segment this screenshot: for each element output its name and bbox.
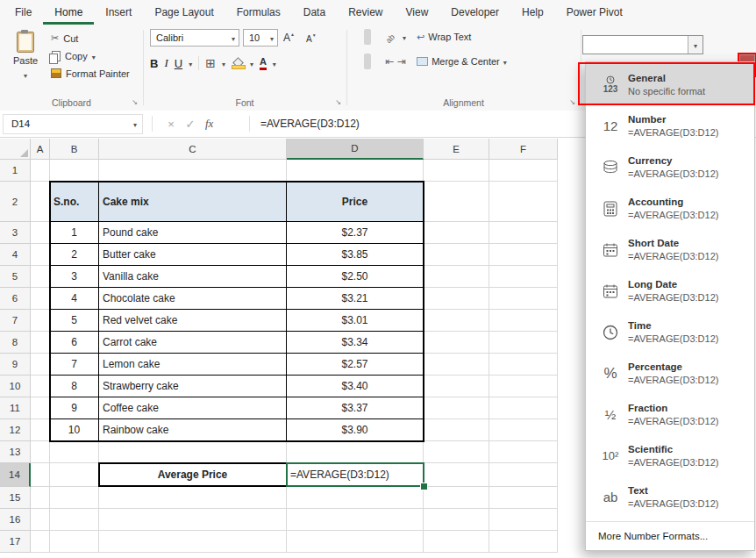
cell-C13[interactable] — [99, 441, 287, 463]
cell-E7[interactable] — [424, 310, 489, 332]
cell-F13[interactable] — [489, 441, 558, 463]
row-header-7[interactable]: 7 — [0, 310, 31, 332]
cell-F6[interactable] — [489, 288, 558, 310]
cell-B10[interactable]: 8 — [50, 376, 99, 397]
increase-indent-button[interactable] — [397, 55, 406, 68]
tab-home[interactable]: Home — [43, 1, 94, 25]
cell-E10[interactable] — [424, 376, 489, 397]
format-option-time[interactable]: Time =AVERAGE(D3:D12) — [586, 311, 754, 353]
cell-C12[interactable]: Rainbow cake — [99, 419, 287, 441]
cell-A17[interactable] — [31, 531, 50, 553]
cell-A11[interactable] — [31, 397, 50, 419]
cell-A6[interactable] — [31, 288, 50, 310]
cell-D15[interactable] — [287, 487, 424, 509]
cell-B16[interactable] — [50, 509, 99, 531]
font-color-button[interactable] — [260, 56, 267, 70]
cell-B9[interactable]: 7 — [50, 354, 99, 376]
cell-F5[interactable] — [489, 266, 558, 288]
cell-A8[interactable] — [31, 332, 50, 354]
cell-A7[interactable] — [31, 310, 50, 332]
column-header-F[interactable]: F — [489, 139, 558, 160]
cell-E15[interactable] — [424, 487, 489, 509]
cell-F3[interactable] — [489, 222, 558, 244]
cell-E9[interactable] — [424, 354, 489, 376]
cell-F12[interactable] — [489, 419, 558, 441]
align-right-button[interactable] — [374, 54, 382, 69]
underline-dropdown-arrow[interactable] — [189, 57, 192, 69]
tab-help[interactable]: Help — [510, 1, 555, 25]
column-header-C[interactable]: C — [99, 139, 287, 160]
row-header-9[interactable]: 9 — [0, 354, 31, 376]
cell-A9[interactable] — [31, 354, 50, 376]
tab-data[interactable]: Data — [292, 1, 337, 25]
cell-B2[interactable]: S.no. — [50, 182, 99, 222]
align-bottom-button[interactable] — [374, 29, 382, 45]
cell-C14[interactable]: Average Price — [99, 463, 287, 487]
align-middle-button[interactable] — [364, 29, 371, 45]
cell-C16[interactable] — [99, 509, 287, 531]
row-header-2[interactable]: 2 — [0, 182, 31, 222]
format-option-scientific[interactable]: 10² Scientific =AVERAGE(D3:D12) — [586, 435, 754, 476]
tab-developer[interactable]: Developer — [439, 1, 510, 25]
copy-button[interactable]: Copy — [51, 49, 130, 62]
cell-D4[interactable]: $3.85 — [287, 244, 424, 266]
cell-A5[interactable] — [31, 266, 50, 288]
alignment-dialog-launcher[interactable] — [567, 97, 577, 107]
cell-C11[interactable]: Coffee cake — [99, 397, 287, 419]
italic-button[interactable]: I — [164, 56, 168, 70]
cell-E11[interactable] — [424, 397, 489, 419]
cell-C2[interactable]: Cake mix — [99, 182, 287, 222]
font-name-select[interactable]: Calibri — [150, 29, 239, 46]
format-option-general[interactable]: 123 General No specific format — [586, 64, 754, 105]
format-option-percentage[interactable]: % Percentage =AVERAGE(D3:D12) — [586, 353, 754, 394]
cell-E6[interactable] — [424, 288, 489, 310]
cell-D9[interactable]: $2.57 — [287, 354, 424, 376]
enter-button[interactable]: ✓ — [181, 118, 200, 131]
name-box[interactable]: D14 — [3, 114, 143, 134]
cell-D14[interactable]: =AVERAGE(D3:D12) — [287, 463, 424, 487]
column-header-A[interactable]: A — [31, 139, 50, 160]
merge-center-button[interactable]: Merge & Center — [417, 56, 507, 67]
cell-E3[interactable] — [424, 222, 489, 244]
cell-E13[interactable] — [424, 441, 489, 463]
cell-A13[interactable] — [31, 441, 50, 463]
name-box-dropdown-arrow[interactable] — [133, 118, 137, 129]
cell-E1[interactable] — [424, 160, 489, 182]
align-left-button[interactable] — [353, 54, 360, 69]
fill-color-dropdown-arrow[interactable] — [250, 57, 253, 69]
tab-insert[interactable]: Insert — [94, 1, 143, 25]
row-header-15[interactable]: 15 — [0, 487, 31, 509]
row-header-6[interactable]: 6 — [0, 288, 31, 310]
tab-page-layout[interactable]: Page Layout — [143, 1, 225, 25]
font-size-select[interactable]: 10 — [243, 29, 278, 46]
number-format-dropdown-arrow[interactable] — [688, 36, 703, 54]
tab-view[interactable]: View — [395, 1, 440, 25]
cell-F9[interactable] — [489, 354, 558, 376]
row-header-16[interactable]: 16 — [0, 509, 31, 531]
copy-dropdown-arrow[interactable] — [92, 51, 96, 61]
row-header-3[interactable]: 3 — [0, 222, 31, 244]
cell-D12[interactable]: $3.90 — [287, 419, 424, 441]
cell-D7[interactable]: $3.01 — [287, 310, 424, 332]
cell-A1[interactable] — [31, 160, 50, 182]
row-header-17[interactable]: 17 — [0, 531, 31, 553]
cell-F1[interactable] — [489, 160, 558, 182]
borders-dropdown-arrow[interactable] — [222, 57, 225, 69]
cell-E16[interactable] — [424, 509, 489, 531]
wrap-text-button[interactable]: Wrap Text — [417, 32, 471, 43]
tab-formulas[interactable]: Formulas — [225, 1, 292, 25]
cell-C9[interactable]: Lemon cake — [99, 354, 287, 376]
cell-E17[interactable] — [424, 531, 489, 553]
cell-C5[interactable]: Vanilla cake — [99, 266, 287, 288]
format-option-accounting[interactable]: Accounting =AVERAGE(D3:D12) — [586, 188, 754, 229]
cell-A15[interactable] — [31, 487, 50, 509]
underline-button[interactable]: U — [175, 57, 182, 70]
format-painter-button[interactable]: Format Painter — [51, 67, 130, 80]
cell-D2[interactable]: Price — [287, 182, 424, 222]
insert-function-button[interactable]: fx — [205, 117, 223, 131]
shrink-font-button[interactable] — [306, 32, 317, 45]
fill-color-button[interactable] — [232, 58, 244, 69]
cell-A14[interactable] — [31, 463, 50, 487]
borders-button[interactable] — [205, 56, 216, 70]
cell-F2[interactable] — [489, 182, 558, 222]
